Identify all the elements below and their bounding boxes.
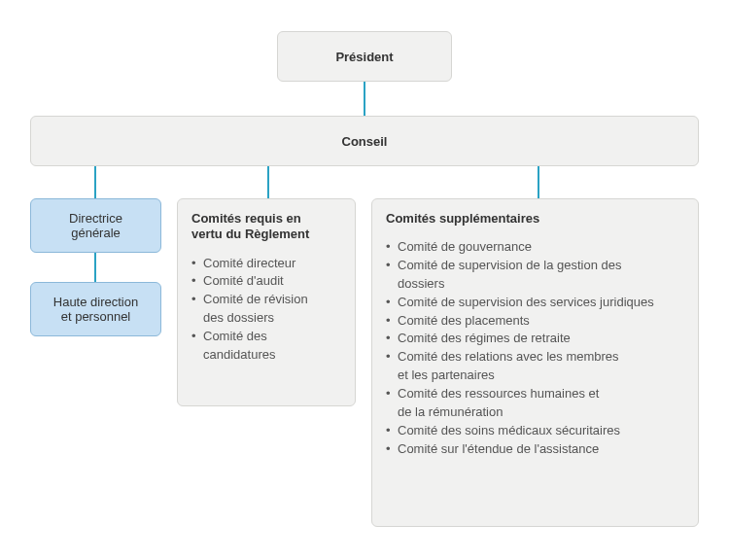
list-item: Comité de gouvernance (386, 238, 684, 257)
list-item: Comité de supervision des services jurid… (386, 294, 684, 312)
connector-directrice-haute (94, 253, 96, 282)
list-item: candidatures (191, 346, 341, 365)
connector-conseil-directrice (94, 165, 96, 198)
list-item: dossiers (386, 275, 684, 294)
list-item: Comité des soins médicaux sécuritaires (386, 422, 684, 440)
node-haute-direction: Haute direction et personnel (30, 282, 161, 336)
node-conseil: Conseil (30, 116, 699, 166)
list-item: des dossiers (191, 309, 341, 328)
list-item: de la rémunération (386, 403, 684, 422)
list-item: Comité de révision (191, 291, 341, 309)
panel-required-title: Comités requis en vertu du Règlement (191, 211, 341, 243)
panel-supplementary: Comités supplémentaires Comité de gouver… (371, 198, 699, 527)
list-item: Comité sur l'étendue de l'assistance (386, 440, 684, 459)
panel-supplementary-list: Comité de gouvernanceComité de supervisi… (386, 238, 684, 458)
list-item: Comité des régimes de retraite (386, 330, 684, 348)
node-haute-direction-label: Haute direction et personnel (53, 295, 138, 324)
node-conseil-label: Conseil (342, 134, 388, 149)
node-president-label: Président (335, 50, 393, 64)
connector-president-conseil (364, 82, 365, 116)
list-item: Comité d'audit (191, 272, 341, 291)
list-item: Comité directeur (191, 255, 341, 273)
list-item: Comité des ressources humaines et (386, 385, 684, 403)
panel-required: Comités requis en vertu du Règlement Com… (177, 198, 356, 406)
panel-required-list: Comité directeurComité d'auditComité de … (191, 255, 341, 365)
node-directrice-label: Directrice générale (69, 211, 122, 240)
list-item: Comité des placements (386, 312, 684, 331)
list-item: Comité de supervision de la gestion des (386, 257, 684, 275)
list-item: Comité des relations avec les membres (386, 348, 684, 367)
org-chart: Président Conseil Directrice générale Ha… (0, 0, 729, 560)
connector-conseil-required (267, 165, 269, 198)
connector-conseil-supplementary (538, 165, 539, 198)
node-directrice: Directrice générale (30, 198, 161, 253)
node-president: Président (277, 31, 452, 82)
panel-supplementary-title: Comités supplémentaires (386, 211, 684, 227)
list-item: Comité des (191, 328, 341, 346)
list-item: et les partenaires (386, 367, 684, 385)
